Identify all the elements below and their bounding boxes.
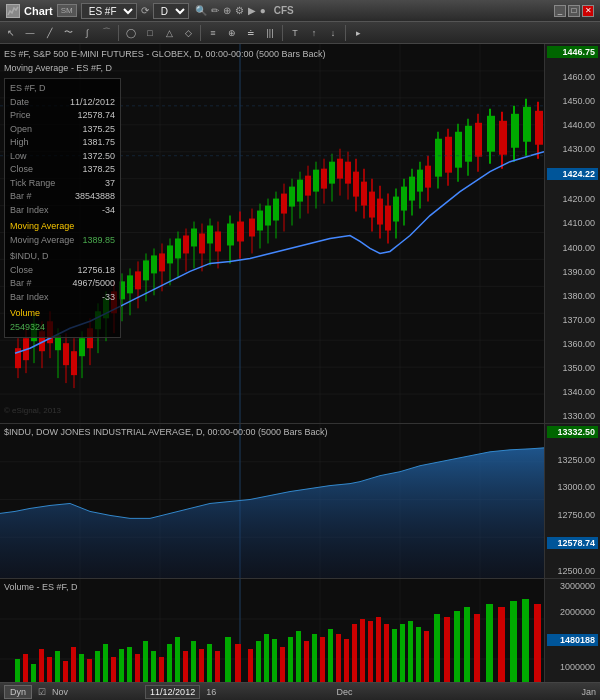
16-label: 16 bbox=[206, 687, 216, 697]
svg-rect-96 bbox=[321, 169, 327, 189]
svg-rect-66 bbox=[191, 229, 197, 247]
equal-tool[interactable]: ≐ bbox=[242, 24, 260, 42]
svg-rect-108 bbox=[369, 192, 375, 218]
svg-rect-34 bbox=[63, 343, 69, 365]
symbol-select[interactable]: ES #F bbox=[81, 3, 137, 19]
svg-rect-90 bbox=[297, 180, 303, 202]
svg-rect-76 bbox=[237, 222, 244, 242]
main-price-chart[interactable]: ES #F, S&P 500 E-MINI FUTURES - GLOBEX, … bbox=[0, 44, 600, 424]
dj-chart-title: $INDU, DOW JONES INDUSTRIAL AVERAGE, D, … bbox=[4, 427, 328, 437]
price-1410: 1410.00 bbox=[547, 218, 598, 228]
vol-2m: 2000000 bbox=[547, 607, 598, 617]
ray-tool[interactable]: ╱ bbox=[40, 24, 58, 42]
price-high-2: 1424.22 bbox=[547, 168, 598, 180]
svg-rect-100 bbox=[337, 159, 343, 179]
svg-rect-88 bbox=[289, 187, 295, 207]
svg-rect-92 bbox=[305, 176, 311, 196]
price-1380: 1380.00 bbox=[547, 291, 598, 301]
play-icon[interactable]: ▶ bbox=[248, 5, 256, 16]
svg-rect-48 bbox=[119, 281, 125, 299]
svg-rect-124 bbox=[435, 139, 442, 177]
timeframe-select[interactable]: D bbox=[153, 3, 189, 19]
svg-rect-86 bbox=[281, 194, 287, 214]
draw-icon[interactable]: ✏ bbox=[211, 5, 219, 16]
price-1400: 1400.00 bbox=[547, 243, 598, 253]
svg-rect-36 bbox=[71, 351, 77, 375]
vol-current: 1480188 bbox=[547, 634, 598, 646]
main-price-scale: 1446.75 1460.00 1450.00 1440.00 1430.00 … bbox=[544, 44, 600, 423]
rect-tool[interactable]: □ bbox=[141, 24, 159, 42]
dj-chart[interactable]: $INDU, DOW JONES INDUSTRIAL AVERAGE, D, … bbox=[0, 424, 600, 579]
svg-rect-130 bbox=[465, 126, 472, 162]
arc-tool[interactable]: ⌒ bbox=[97, 24, 115, 42]
cross-tool[interactable]: ⊕ bbox=[223, 24, 241, 42]
dj-price-low: 12578.74 bbox=[547, 537, 598, 549]
more-tools[interactable]: ▸ bbox=[349, 24, 367, 42]
title-badge: SM bbox=[57, 4, 77, 17]
svg-rect-52 bbox=[135, 271, 141, 289]
dj-price-12750: 12750.00 bbox=[547, 510, 598, 520]
text-tool[interactable]: T bbox=[286, 24, 304, 42]
svg-rect-122 bbox=[425, 166, 431, 188]
dj-price-high: 13332.50 bbox=[547, 426, 598, 438]
bottom-bar: Dyn ☑ Nov 11/12/2012 16 Dec Jan bbox=[0, 682, 600, 700]
fib-tool[interactable]: ≡ bbox=[204, 24, 222, 42]
svg-rect-120 bbox=[417, 170, 423, 192]
search-icon[interactable]: 🔍 bbox=[195, 5, 207, 16]
svg-rect-110 bbox=[377, 199, 383, 225]
svg-rect-40 bbox=[87, 328, 93, 348]
vol-1m: 1000000 bbox=[547, 662, 598, 672]
window-controls: _ □ ✕ bbox=[554, 5, 594, 17]
price-1460: 1460.00 bbox=[547, 72, 598, 82]
record-icon[interactable]: ● bbox=[260, 5, 266, 16]
svg-rect-104 bbox=[353, 172, 359, 197]
svg-rect-58 bbox=[159, 253, 165, 271]
wave-tool[interactable]: ∫ bbox=[78, 24, 96, 42]
price-chart-svg bbox=[0, 44, 544, 423]
checkbox-icon[interactable]: ☑ bbox=[38, 687, 46, 697]
down-arrow-tool[interactable]: ↓ bbox=[324, 24, 342, 42]
svg-rect-134 bbox=[487, 116, 495, 152]
close-btn[interactable]: ✕ bbox=[582, 5, 594, 17]
price-1360: 1360.00 bbox=[547, 339, 598, 349]
toolbar-sep4 bbox=[345, 25, 346, 41]
line-tool[interactable]: — bbox=[21, 24, 39, 42]
up-arrow-tool[interactable]: ↑ bbox=[305, 24, 323, 42]
svg-rect-98 bbox=[329, 162, 335, 184]
triangle-tool[interactable]: △ bbox=[160, 24, 178, 42]
refresh-icon[interactable]: ⟳ bbox=[141, 5, 149, 16]
svg-rect-138 bbox=[511, 114, 519, 148]
pitchfork-tool[interactable]: ||| bbox=[261, 24, 279, 42]
svg-rect-126 bbox=[445, 137, 452, 173]
dj-price-12500: 12500.00 bbox=[547, 566, 598, 576]
svg-rect-140 bbox=[523, 107, 531, 142]
cfs-label: CFS bbox=[274, 5, 294, 16]
arrow-tool[interactable]: ↖ bbox=[2, 24, 20, 42]
minimize-btn[interactable]: _ bbox=[554, 5, 566, 17]
maximize-btn[interactable]: □ bbox=[568, 5, 580, 17]
price-1450: 1450.00 bbox=[547, 96, 598, 106]
chart-container: ES #F, S&P 500 E-MINI FUTURES - GLOBEX, … bbox=[0, 44, 600, 700]
svg-rect-106 bbox=[361, 182, 367, 206]
nov-label: Nov bbox=[52, 687, 68, 697]
svg-rect-50 bbox=[127, 275, 133, 293]
svg-rect-62 bbox=[175, 238, 181, 258]
vol-chart-title: Volume - ES #F, D bbox=[4, 582, 78, 592]
price-1370: 1370.00 bbox=[547, 315, 598, 325]
zoom-icon[interactable]: ⊕ bbox=[223, 5, 231, 16]
settings-icon[interactable]: ⚙ bbox=[235, 5, 244, 16]
svg-rect-112 bbox=[385, 206, 391, 231]
toolbar-sep2 bbox=[200, 25, 201, 41]
dj-price-scale: 13332.50 13250.00 13000.00 12750.00 1257… bbox=[544, 424, 600, 578]
diamond-tool[interactable]: ◇ bbox=[179, 24, 197, 42]
curve-tool[interactable]: 〜 bbox=[59, 24, 77, 42]
dyn-button[interactable]: Dyn bbox=[4, 685, 32, 699]
dj-price-13250: 13250.00 bbox=[547, 455, 598, 465]
price-1430: 1430.00 bbox=[547, 144, 598, 154]
circle-tool[interactable]: ◯ bbox=[122, 24, 140, 42]
title-bar: Chart SM ES #F ⟳ D 🔍 ✏ ⊕ ⚙ ▶ ● CFS _ □ ✕ bbox=[0, 0, 600, 22]
jan-label: Jan bbox=[581, 687, 596, 697]
dj-price-13000: 13000.00 bbox=[547, 482, 598, 492]
svg-rect-74 bbox=[227, 224, 234, 246]
app-icon bbox=[6, 4, 20, 18]
